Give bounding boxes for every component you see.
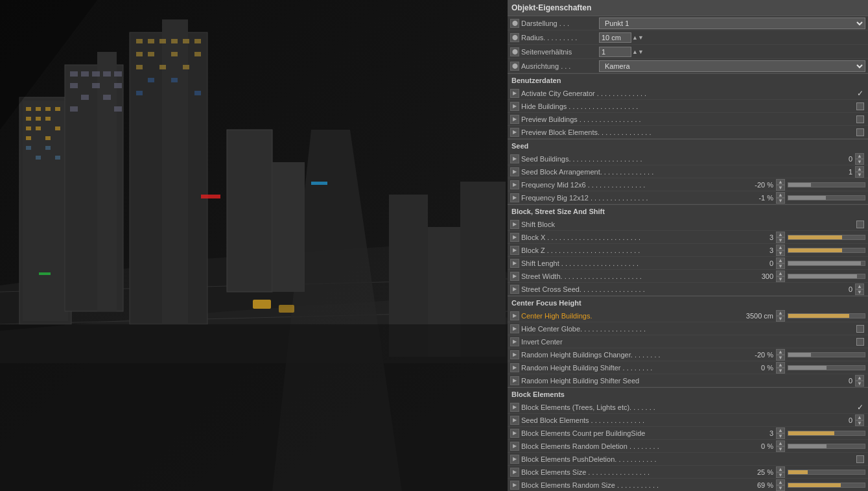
freq-mid-label: Frequency Mid 12x6 . . . . . . . . . . .… — [521, 181, 723, 189]
preview-buildings-checkbox[interactable] — [855, 114, 865, 125]
block-elements-push-icon: ▶ — [510, 455, 519, 464]
block-elements-push-checkbox[interactable] — [855, 454, 865, 464]
center-high-slider[interactable] — [788, 313, 865, 318]
street-cross-row[interactable]: ▶ Street Cross Seed. . . . . . . . . . .… — [508, 283, 868, 296]
freq-mid-row[interactable]: ▶ Frequency Mid 12x6 . . . . . . . . . .… — [508, 178, 868, 191]
street-width-row[interactable]: ▶ Street Width. . . . . . . . . . . . . … — [508, 270, 868, 283]
darstellung-row[interactable]: ⬤ Darstellung . . . Punkt 1 — [508, 16, 868, 30]
activate-city-row[interactable]: ▶ Activate City Generator . . . . . . . … — [508, 87, 868, 100]
svg-rect-74 — [253, 300, 271, 309]
random-height-shifter-label: Random Height Building Shifter . . . . .… — [521, 364, 723, 372]
seitenverhaeltnis-label: Seitenverhältnis — [521, 48, 599, 56]
shift-block-checkbox[interactable] — [855, 219, 865, 230]
seed-block-arr-row[interactable]: ▶ Seed Block Arrangement. . . . . . . . … — [508, 165, 868, 178]
seed-buildings-spinner[interactable]: ▲▼ — [855, 153, 864, 165]
properties-panel: Objekt-Eigenschaften ⬤ Darstellung . . .… — [508, 0, 868, 491]
random-height-shifter-row[interactable]: ▶ Random Height Building Shifter . . . .… — [508, 361, 868, 374]
ausrichtung-row[interactable]: ⬤ Ausrichtung . . . Kamera — [508, 59, 868, 73]
invert-center-checkbox[interactable] — [855, 337, 865, 347]
block-z-spinner[interactable]: ▲▼ — [776, 245, 785, 256]
svg-rect-23 — [55, 156, 60, 160]
random-height-shifter-seed-icon: ▶ — [510, 376, 519, 385]
hide-buildings-row[interactable]: ▶ Hide Buildings . . . . . . . . . . . .… — [508, 100, 868, 113]
svg-rect-22 — [36, 156, 41, 160]
block-elements-size-value: 25 % — [723, 468, 775, 476]
preview-block-label: Preview Block Elements. . . . . . . . . … — [521, 128, 855, 136]
block-elements-count-slider[interactable] — [788, 431, 865, 436]
block-elements-count-value: 3 — [723, 429, 775, 437]
activate-city-checkbox[interactable]: ✓ — [855, 88, 865, 99]
center-high-spinner[interactable]: ▲▼ — [776, 310, 785, 322]
seitenverhaeltnis-icon: ⬤ — [510, 47, 519, 56]
svg-rect-65 — [70, 83, 78, 88]
shift-lenght-row[interactable]: ▶ Shift Lenght . . . . . . . . . . . . .… — [508, 257, 868, 270]
center-high-row[interactable]: ▶ Center High Buildings. 3500 cm ▲▼ — [508, 309, 868, 322]
freq-mid-slider[interactable] — [788, 182, 865, 187]
random-height-changer-label: Random Height Buildings Changer. . . . .… — [521, 351, 723, 359]
block-elements-size-slider[interactable] — [788, 470, 865, 475]
random-height-shifter-seed-row[interactable]: ▶ Random Height Building Shifter Seed 0 … — [508, 374, 868, 387]
block-elements-count-row[interactable]: ▶ Block Elements Count per BuildingSide … — [508, 427, 868, 440]
shift-lenght-spinner[interactable]: ▲▼ — [776, 257, 785, 269]
hide-buildings-checkbox[interactable] — [855, 101, 865, 112]
block-elements-size-row[interactable]: ▶ Block Elements Size . . . . . . . . . … — [508, 466, 868, 479]
random-height-shifter-seed-spinner[interactable]: ▲▼ — [855, 375, 864, 387]
seed-block-elements-spinner[interactable]: ▲▼ — [855, 414, 864, 426]
freq-big-row[interactable]: ▶ Frequency Big 12x12 . . . . . . . . . … — [508, 191, 868, 204]
seed-block-elements-value: 0 — [802, 416, 854, 424]
preview-block-checkbox[interactable] — [855, 127, 865, 138]
random-height-changer-spinner[interactable]: ▲▼ — [776, 349, 785, 361]
invert-center-row[interactable]: ▶ Invert Center — [508, 335, 868, 348]
seitenverhaeltnis-input[interactable] — [599, 47, 631, 57]
block-x-spinner[interactable]: ▲▼ — [776, 232, 785, 243]
street-width-spinner[interactable]: ▲▼ — [776, 270, 785, 282]
shift-block-row[interactable]: ▶ Shift Block — [508, 218, 868, 231]
hide-center-row[interactable]: ▶ Hide Center Globe. . . . . . . . . . .… — [508, 322, 868, 335]
block-elements-count-spinner[interactable]: ▲▼ — [776, 427, 785, 439]
seitenverhaeltnis-row[interactable]: ⬤ Seitenverhältnis ▲▼ — [508, 45, 868, 59]
block-elements-check-row[interactable]: ▶ Block Elements (Trees, Lights etc). . … — [508, 401, 868, 414]
street-cross-spinner[interactable]: ▲▼ — [855, 283, 864, 295]
block-z-slider[interactable] — [788, 248, 865, 253]
ausrichtung-select[interactable]: Kamera — [599, 60, 865, 72]
svg-rect-75 — [279, 305, 294, 313]
street-width-slider[interactable] — [788, 274, 865, 279]
block-elements-checkbox[interactable]: ✓ — [855, 402, 865, 413]
block-elements-rand-size-icon: ▶ — [510, 481, 519, 490]
svg-rect-38 — [183, 65, 189, 69]
svg-rect-71 — [114, 106, 122, 112]
random-height-shifter-slider[interactable] — [788, 365, 865, 370]
preview-buildings-row[interactable]: ▶ Preview Buildings . . . . . . . . . . … — [508, 113, 868, 126]
block-x-slider[interactable] — [788, 235, 865, 240]
svg-rect-43 — [227, 130, 272, 292]
radius-row[interactable]: ⬤ Radius. . . . . . . . . ▲▼ — [508, 30, 868, 45]
shift-lenght-slider[interactable] — [788, 261, 865, 266]
block-elements-rand-del-slider[interactable] — [788, 444, 865, 449]
block-elements-rand-size-spinner[interactable]: ▲▼ — [776, 479, 785, 491]
block-elements-rand-size-row[interactable]: ▶ Block Elements Random Size . . . . . .… — [508, 479, 868, 491]
svg-rect-62 — [92, 71, 100, 77]
freq-big-slider[interactable] — [788, 195, 865, 200]
block-elements-rand-del-spinner[interactable]: ▲▼ — [776, 440, 785, 452]
block-elements-rand-size-slider[interactable] — [788, 483, 865, 488]
hide-center-checkbox[interactable] — [855, 324, 865, 334]
block-elements-push-row[interactable]: ▶ Block Elements PushDeletion. . . . . .… — [508, 453, 868, 466]
block-elements-size-spinner[interactable]: ▲▼ — [776, 466, 785, 478]
freq-mid-spinner[interactable]: ▲▼ — [776, 179, 785, 191]
random-height-changer-slider[interactable] — [788, 352, 865, 357]
block-elements-rand-del-row[interactable]: ▶ Block Elements Random Deletion . . . .… — [508, 440, 868, 453]
random-height-changer-row[interactable]: ▶ Random Height Buildings Changer. . . .… — [508, 348, 868, 361]
random-height-shifter-seed-label: Random Height Building Shifter Seed — [521, 377, 802, 385]
darstellung-select[interactable]: Punkt 1 — [599, 18, 865, 29]
random-height-shifter-spinner[interactable]: ▲▼ — [776, 362, 785, 374]
seed-block-elements-row[interactable]: ▶ Seed Block Elements . . . . . . . . . … — [508, 414, 868, 427]
block-z-row[interactable]: ▶ Block Z . . . . . . . . . . . . . . . … — [508, 244, 868, 257]
preview-block-row[interactable]: ▶ Preview Block Elements. . . . . . . . … — [508, 126, 868, 139]
svg-rect-46 — [311, 182, 327, 185]
seed-block-arr-spinner[interactable]: ▲▼ — [855, 166, 864, 178]
svg-rect-37 — [159, 65, 166, 69]
radius-input[interactable] — [599, 32, 631, 43]
freq-big-spinner[interactable]: ▲▼ — [776, 192, 785, 204]
block-x-row[interactable]: ▶ Block X . . . . . . . . . . . . . . . … — [508, 231, 868, 244]
seed-buildings-row[interactable]: ▶ Seed Buildings. . . . . . . . . . . . … — [508, 152, 868, 165]
